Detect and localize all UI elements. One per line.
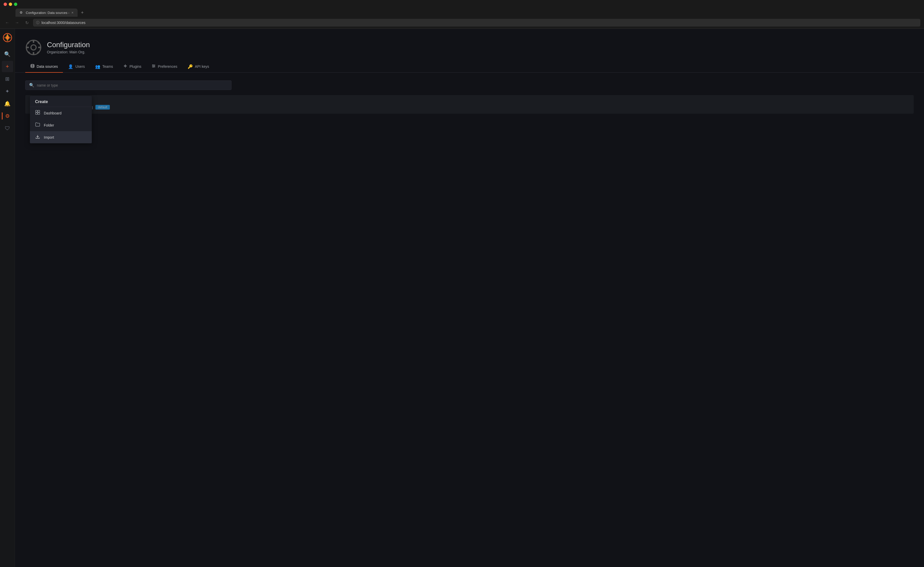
svg-rect-4 bbox=[33, 40, 34, 43]
configuration-icon bbox=[25, 39, 42, 56]
datasources-tab-icon bbox=[30, 64, 34, 69]
svg-rect-22 bbox=[36, 112, 38, 114]
new-tab-button[interactable]: + bbox=[79, 9, 86, 16]
compass-icon: ✦ bbox=[5, 88, 9, 94]
browser-tab[interactable]: ⚙ Configuration: Data sources - × bbox=[15, 9, 78, 17]
list-item[interactable]: P Prometheus Prometheus | 10.98.155.108 … bbox=[25, 95, 914, 114]
tab-users-label: Users bbox=[75, 64, 85, 69]
content-area: 🔍 P Prometheus Prometheus | 10.98.155.10… bbox=[15, 73, 924, 122]
bell-icon: 🔔 bbox=[4, 100, 10, 107]
app-layout: 🔍 + ⊞ ✦ 🔔 ⚙ 🛡 bbox=[0, 29, 924, 567]
tab-datasources[interactable]: Data sources bbox=[25, 61, 63, 73]
search-input[interactable] bbox=[37, 83, 228, 87]
tab-teams[interactable]: 👥 Teams bbox=[90, 61, 118, 73]
sidebar-item-create[interactable]: + bbox=[2, 61, 13, 72]
svg-point-13 bbox=[125, 66, 126, 67]
tab-bar: ⚙ Configuration: Data sources - × + bbox=[0, 9, 924, 17]
lock-icon: ⓘ bbox=[36, 20, 39, 25]
svg-point-3 bbox=[31, 45, 36, 50]
gear-icon: ⚙ bbox=[5, 113, 10, 119]
close-button[interactable] bbox=[4, 3, 7, 6]
svg-point-18 bbox=[154, 66, 154, 66]
svg-rect-23 bbox=[38, 112, 40, 114]
dropdown-item-folder[interactable]: Folder bbox=[30, 119, 92, 131]
title-bar bbox=[0, 0, 924, 9]
svg-point-17 bbox=[153, 65, 153, 66]
dropdown-dashboard-label: Dashboard bbox=[44, 111, 62, 115]
search-icon: 🔍 bbox=[4, 51, 10, 57]
tab-plugins-label: Plugins bbox=[129, 64, 141, 69]
forward-button[interactable]: → bbox=[14, 19, 21, 26]
dropdown-item-import[interactable]: Import bbox=[30, 131, 92, 143]
nav-tabs: Data sources 👤 Users 👥 Teams Plugins bbox=[15, 61, 924, 73]
tab-datasources-label: Data sources bbox=[37, 64, 58, 69]
sidebar: 🔍 + ⊞ ✦ 🔔 ⚙ 🛡 bbox=[0, 29, 15, 567]
traffic-lights bbox=[4, 3, 17, 6]
preferences-tab-icon bbox=[152, 64, 156, 69]
search-bar-icon: 🔍 bbox=[29, 83, 34, 88]
page-title: Configuration bbox=[47, 41, 90, 49]
minimize-button[interactable] bbox=[9, 3, 12, 6]
dropdown-folder-label: Folder bbox=[44, 123, 54, 128]
tab-apikeys[interactable]: 🔑 API keys bbox=[183, 61, 214, 73]
dropdown-header: Create bbox=[30, 96, 92, 107]
import-dropdown-icon bbox=[35, 134, 40, 140]
page-header-text: Configuration Organization: Main Org. bbox=[47, 41, 90, 54]
svg-rect-20 bbox=[36, 110, 38, 112]
address-bar-row: ← → ↻ ⓘ localhost:3000/datasources bbox=[0, 17, 924, 29]
svg-rect-5 bbox=[33, 52, 34, 55]
svg-point-12 bbox=[31, 64, 34, 66]
svg-rect-6 bbox=[26, 46, 29, 48]
dashboards-icon: ⊞ bbox=[5, 76, 9, 82]
svg-rect-21 bbox=[38, 110, 40, 112]
tab-close-button[interactable]: × bbox=[71, 10, 74, 15]
tab-teams-label: Teams bbox=[102, 64, 113, 69]
svg-rect-7 bbox=[38, 46, 41, 48]
page-subtitle: Organization: Main Org. bbox=[47, 50, 90, 54]
grafana-logo[interactable] bbox=[3, 33, 12, 42]
default-badge: default bbox=[95, 105, 110, 110]
apikeys-tab-icon: 🔑 bbox=[188, 64, 193, 69]
sidebar-item-configuration[interactable]: ⚙ bbox=[2, 110, 13, 122]
address-bar[interactable]: ⓘ localhost:3000/datasources bbox=[33, 19, 920, 27]
dropdown-item-dashboard[interactable]: Dashboard bbox=[30, 107, 92, 119]
tab-preferences-label: Preferences bbox=[158, 64, 177, 69]
active-indicator-bar bbox=[2, 112, 3, 120]
dashboard-dropdown-icon bbox=[35, 110, 40, 116]
sidebar-item-alerting[interactable]: 🔔 bbox=[2, 98, 13, 109]
separator-2: | bbox=[92, 105, 93, 109]
tab-favicon: ⚙ bbox=[20, 10, 24, 15]
folder-dropdown-icon bbox=[35, 122, 40, 128]
plus-icon: + bbox=[6, 63, 9, 70]
tab-users[interactable]: 👤 Users bbox=[63, 61, 90, 73]
plugins-tab-icon bbox=[123, 64, 128, 69]
refresh-button[interactable]: ↻ bbox=[23, 19, 30, 26]
svg-point-19 bbox=[153, 67, 154, 68]
page-header: Configuration Organization: Main Org. bbox=[15, 29, 924, 61]
tab-apikeys-label: API keys bbox=[195, 64, 209, 69]
sidebar-item-search[interactable]: 🔍 bbox=[2, 48, 13, 60]
dropdown-menu: Create Dashboard bbox=[30, 96, 92, 143]
teams-tab-icon: 👥 bbox=[95, 64, 100, 69]
dropdown-import-label: Import bbox=[44, 135, 54, 140]
sidebar-item-shield[interactable]: 🛡 bbox=[2, 123, 13, 134]
sidebar-item-dashboards[interactable]: ⊞ bbox=[2, 73, 13, 84]
tab-title: Configuration: Data sources - bbox=[26, 11, 69, 15]
main-content: Configuration Organization: Main Org. Da… bbox=[15, 29, 924, 567]
browser-chrome: ⚙ Configuration: Data sources - × + ← → … bbox=[0, 0, 924, 29]
users-tab-icon: 👤 bbox=[68, 64, 73, 69]
sidebar-item-explore[interactable]: ✦ bbox=[2, 86, 13, 97]
search-bar[interactable]: 🔍 bbox=[25, 80, 231, 90]
address-text: localhost:3000/datasources bbox=[42, 21, 86, 25]
shield-icon: 🛡 bbox=[5, 126, 10, 132]
tab-preferences[interactable]: Preferences bbox=[146, 61, 182, 73]
back-button[interactable]: ← bbox=[4, 19, 11, 26]
maximize-button[interactable] bbox=[14, 3, 17, 6]
tab-plugins[interactable]: Plugins bbox=[118, 61, 146, 73]
